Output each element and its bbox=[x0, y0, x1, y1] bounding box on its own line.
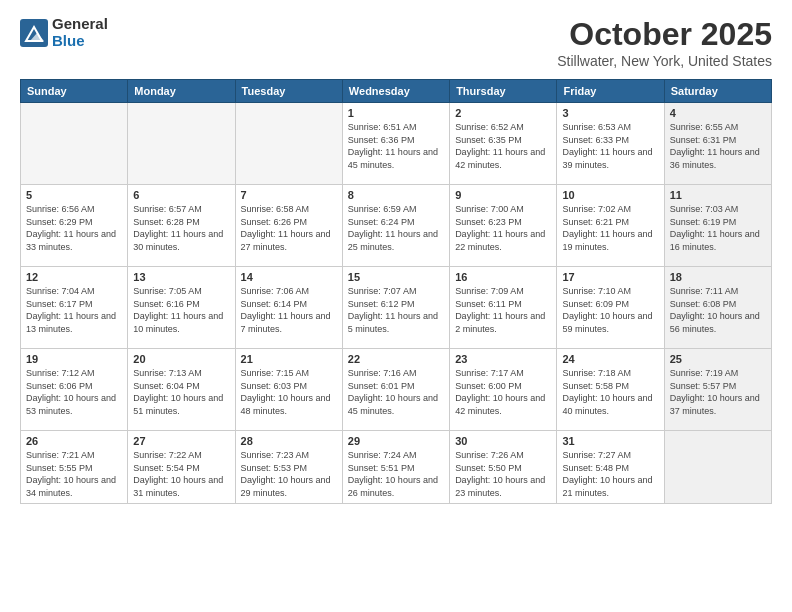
day-info: Sunrise: 6:53 AM Sunset: 6:33 PM Dayligh… bbox=[562, 121, 658, 171]
header-cell-saturday: Saturday bbox=[664, 80, 771, 103]
day-cell: 2Sunrise: 6:52 AM Sunset: 6:35 PM Daylig… bbox=[450, 103, 557, 185]
header-cell-thursday: Thursday bbox=[450, 80, 557, 103]
title-block: October 2025 Stillwater, New York, Unite… bbox=[557, 16, 772, 69]
day-cell: 15Sunrise: 7:07 AM Sunset: 6:12 PM Dayli… bbox=[342, 267, 449, 349]
header: General Blue October 2025 Stillwater, Ne… bbox=[20, 16, 772, 69]
day-number: 5 bbox=[26, 189, 122, 201]
day-info: Sunrise: 6:52 AM Sunset: 6:35 PM Dayligh… bbox=[455, 121, 551, 171]
day-info: Sunrise: 7:07 AM Sunset: 6:12 PM Dayligh… bbox=[348, 285, 444, 335]
day-info: Sunrise: 7:27 AM Sunset: 5:48 PM Dayligh… bbox=[562, 449, 658, 499]
day-info: Sunrise: 7:24 AM Sunset: 5:51 PM Dayligh… bbox=[348, 449, 444, 499]
day-cell: 22Sunrise: 7:16 AM Sunset: 6:01 PM Dayli… bbox=[342, 349, 449, 431]
day-cell bbox=[21, 103, 128, 185]
logo: General Blue bbox=[20, 16, 108, 49]
page-container: General Blue October 2025 Stillwater, Ne… bbox=[0, 0, 792, 612]
day-info: Sunrise: 7:13 AM Sunset: 6:04 PM Dayligh… bbox=[133, 367, 229, 417]
day-cell: 9Sunrise: 7:00 AM Sunset: 6:23 PM Daylig… bbox=[450, 185, 557, 267]
day-number: 4 bbox=[670, 107, 766, 119]
day-cell: 18Sunrise: 7:11 AM Sunset: 6:08 PM Dayli… bbox=[664, 267, 771, 349]
day-number: 17 bbox=[562, 271, 658, 283]
day-cell: 25Sunrise: 7:19 AM Sunset: 5:57 PM Dayli… bbox=[664, 349, 771, 431]
week-row-2: 5Sunrise: 6:56 AM Sunset: 6:29 PM Daylig… bbox=[21, 185, 772, 267]
day-info: Sunrise: 6:55 AM Sunset: 6:31 PM Dayligh… bbox=[670, 121, 766, 171]
day-number: 25 bbox=[670, 353, 766, 365]
day-info: Sunrise: 6:56 AM Sunset: 6:29 PM Dayligh… bbox=[26, 203, 122, 253]
day-cell: 7Sunrise: 6:58 AM Sunset: 6:26 PM Daylig… bbox=[235, 185, 342, 267]
day-number: 12 bbox=[26, 271, 122, 283]
calendar-header: SundayMondayTuesdayWednesdayThursdayFrid… bbox=[21, 80, 772, 103]
logo-icon bbox=[20, 19, 48, 47]
day-cell: 10Sunrise: 7:02 AM Sunset: 6:21 PM Dayli… bbox=[557, 185, 664, 267]
day-info: Sunrise: 7:03 AM Sunset: 6:19 PM Dayligh… bbox=[670, 203, 766, 253]
day-number: 6 bbox=[133, 189, 229, 201]
day-cell: 1Sunrise: 6:51 AM Sunset: 6:36 PM Daylig… bbox=[342, 103, 449, 185]
calendar-body: 1Sunrise: 6:51 AM Sunset: 6:36 PM Daylig… bbox=[21, 103, 772, 504]
day-info: Sunrise: 7:06 AM Sunset: 6:14 PM Dayligh… bbox=[241, 285, 337, 335]
day-number: 26 bbox=[26, 435, 122, 447]
day-number: 27 bbox=[133, 435, 229, 447]
logo-blue-text: Blue bbox=[52, 33, 108, 50]
day-cell: 5Sunrise: 6:56 AM Sunset: 6:29 PM Daylig… bbox=[21, 185, 128, 267]
day-number: 14 bbox=[241, 271, 337, 283]
day-info: Sunrise: 7:09 AM Sunset: 6:11 PM Dayligh… bbox=[455, 285, 551, 335]
day-info: Sunrise: 6:57 AM Sunset: 6:28 PM Dayligh… bbox=[133, 203, 229, 253]
day-cell: 29Sunrise: 7:24 AM Sunset: 5:51 PM Dayli… bbox=[342, 431, 449, 504]
day-cell: 17Sunrise: 7:10 AM Sunset: 6:09 PM Dayli… bbox=[557, 267, 664, 349]
day-cell: 13Sunrise: 7:05 AM Sunset: 6:16 PM Dayli… bbox=[128, 267, 235, 349]
day-cell: 27Sunrise: 7:22 AM Sunset: 5:54 PM Dayli… bbox=[128, 431, 235, 504]
header-cell-monday: Monday bbox=[128, 80, 235, 103]
logo-text: General Blue bbox=[52, 16, 108, 49]
week-row-4: 19Sunrise: 7:12 AM Sunset: 6:06 PM Dayli… bbox=[21, 349, 772, 431]
day-cell: 19Sunrise: 7:12 AM Sunset: 6:06 PM Dayli… bbox=[21, 349, 128, 431]
day-cell: 24Sunrise: 7:18 AM Sunset: 5:58 PM Dayli… bbox=[557, 349, 664, 431]
day-number: 9 bbox=[455, 189, 551, 201]
day-info: Sunrise: 7:19 AM Sunset: 5:57 PM Dayligh… bbox=[670, 367, 766, 417]
header-cell-sunday: Sunday bbox=[21, 80, 128, 103]
day-number: 30 bbox=[455, 435, 551, 447]
day-cell bbox=[235, 103, 342, 185]
day-number: 16 bbox=[455, 271, 551, 283]
header-cell-friday: Friday bbox=[557, 80, 664, 103]
day-number: 21 bbox=[241, 353, 337, 365]
day-info: Sunrise: 6:58 AM Sunset: 6:26 PM Dayligh… bbox=[241, 203, 337, 253]
month-title: October 2025 bbox=[557, 16, 772, 53]
day-info: Sunrise: 7:05 AM Sunset: 6:16 PM Dayligh… bbox=[133, 285, 229, 335]
day-number: 2 bbox=[455, 107, 551, 119]
day-cell: 6Sunrise: 6:57 AM Sunset: 6:28 PM Daylig… bbox=[128, 185, 235, 267]
day-info: Sunrise: 7:16 AM Sunset: 6:01 PM Dayligh… bbox=[348, 367, 444, 417]
day-info: Sunrise: 6:51 AM Sunset: 6:36 PM Dayligh… bbox=[348, 121, 444, 171]
header-cell-tuesday: Tuesday bbox=[235, 80, 342, 103]
day-cell: 21Sunrise: 7:15 AM Sunset: 6:03 PM Dayli… bbox=[235, 349, 342, 431]
day-cell: 11Sunrise: 7:03 AM Sunset: 6:19 PM Dayli… bbox=[664, 185, 771, 267]
day-info: Sunrise: 7:00 AM Sunset: 6:23 PM Dayligh… bbox=[455, 203, 551, 253]
day-number: 3 bbox=[562, 107, 658, 119]
day-number: 11 bbox=[670, 189, 766, 201]
day-info: Sunrise: 7:26 AM Sunset: 5:50 PM Dayligh… bbox=[455, 449, 551, 499]
day-info: Sunrise: 7:02 AM Sunset: 6:21 PM Dayligh… bbox=[562, 203, 658, 253]
location: Stillwater, New York, United States bbox=[557, 53, 772, 69]
day-number: 1 bbox=[348, 107, 444, 119]
day-info: Sunrise: 7:04 AM Sunset: 6:17 PM Dayligh… bbox=[26, 285, 122, 335]
day-info: Sunrise: 7:22 AM Sunset: 5:54 PM Dayligh… bbox=[133, 449, 229, 499]
week-row-1: 1Sunrise: 6:51 AM Sunset: 6:36 PM Daylig… bbox=[21, 103, 772, 185]
logo-general-text: General bbox=[52, 16, 108, 33]
day-cell: 14Sunrise: 7:06 AM Sunset: 6:14 PM Dayli… bbox=[235, 267, 342, 349]
day-cell: 28Sunrise: 7:23 AM Sunset: 5:53 PM Dayli… bbox=[235, 431, 342, 504]
day-number: 13 bbox=[133, 271, 229, 283]
calendar-table: SundayMondayTuesdayWednesdayThursdayFrid… bbox=[20, 79, 772, 504]
day-cell bbox=[128, 103, 235, 185]
day-info: Sunrise: 7:11 AM Sunset: 6:08 PM Dayligh… bbox=[670, 285, 766, 335]
week-row-5: 26Sunrise: 7:21 AM Sunset: 5:55 PM Dayli… bbox=[21, 431, 772, 504]
day-cell: 3Sunrise: 6:53 AM Sunset: 6:33 PM Daylig… bbox=[557, 103, 664, 185]
day-number: 15 bbox=[348, 271, 444, 283]
day-info: Sunrise: 7:12 AM Sunset: 6:06 PM Dayligh… bbox=[26, 367, 122, 417]
day-number: 7 bbox=[241, 189, 337, 201]
day-number: 19 bbox=[26, 353, 122, 365]
day-number: 22 bbox=[348, 353, 444, 365]
day-number: 28 bbox=[241, 435, 337, 447]
day-cell: 23Sunrise: 7:17 AM Sunset: 6:00 PM Dayli… bbox=[450, 349, 557, 431]
day-cell: 26Sunrise: 7:21 AM Sunset: 5:55 PM Dayli… bbox=[21, 431, 128, 504]
day-info: Sunrise: 7:18 AM Sunset: 5:58 PM Dayligh… bbox=[562, 367, 658, 417]
day-info: Sunrise: 7:23 AM Sunset: 5:53 PM Dayligh… bbox=[241, 449, 337, 499]
day-cell bbox=[664, 431, 771, 504]
